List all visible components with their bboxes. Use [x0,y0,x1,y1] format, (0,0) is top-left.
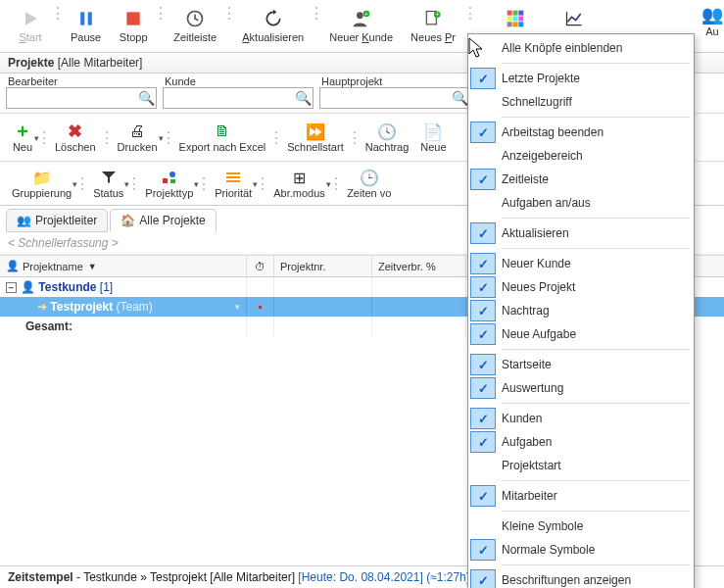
refresh-button[interactable]: Aktualisieren [234,4,312,45]
search-icon[interactable]: 🔍 [450,90,469,106]
new-button[interactable]: +Neu▾ [6,120,39,155]
col-zeitverbr[interactable]: Zeitverbr. % [372,256,466,276]
menu-item[interactable]: Normale Symbole [468,538,694,562]
menu-item[interactable]: Alle Knöpfe einblenden [468,36,694,60]
play-icon [21,6,40,31]
toolbar-separator [260,166,265,201]
menu-item[interactable]: Projektstart [468,454,694,477]
abrmodus-button[interactable]: ⊞Abr.modus▾ [267,166,331,201]
menu-item[interactable]: Anzeigebereich [468,144,694,168]
tab-alle-projekte[interactable]: 🏠Alle Projekte [110,209,216,232]
menu-item[interactable]: Kunden [468,407,694,430]
filter-label-bearbeiter: Bearbeiter [6,75,157,87]
timeline-button[interactable]: Zeitleiste [166,4,224,45]
filter-input-hauptprojekt[interactable]: 🔍 [319,87,470,109]
new-project-button[interactable]: + Neues Pr [403,4,463,45]
col-projektname[interactable]: 👤Projektname ▼ [0,256,247,276]
menu-item[interactable]: Kleine Symbole [468,514,694,538]
menu-item[interactable]: Neuer Kunde [468,252,694,275]
check-icon [470,377,496,399]
check-icon [470,122,496,143]
bars-icon [225,168,241,187]
menu-item[interactable]: Beschriftungen anzeigen [468,568,694,588]
stop-button[interactable]: Stopp [111,4,156,45]
menu-item[interactable]: Aktualisieren [468,221,694,245]
blank-icon [470,192,496,214]
zeitenvon-button[interactable]: 🕒Zeiten vo [341,166,398,201]
toolbar-separator [333,166,339,201]
menu-item[interactable]: Mitarbeiter [468,484,694,508]
table-icon: ⊞ [293,168,306,187]
new2-button[interactable]: 📄Neue [416,120,450,155]
status-button[interactable]: Status▾ [87,166,129,201]
menu-item[interactable]: Auswertung [468,376,694,400]
delete-button[interactable]: ✖Löschen [49,120,102,155]
pause-button[interactable]: Pause [63,4,109,45]
filter-label-kunde: Kunde [163,75,314,87]
menu-separator [502,63,690,64]
check-icon [470,354,496,375]
menu-item-label: Neuer Kunde [502,257,571,270]
filter-input-kunde[interactable]: 🔍 [163,87,314,109]
menu-item[interactable]: Startseite [468,353,694,376]
menu-item[interactable]: Schnellzugriff [468,90,694,114]
new-project-label: Neues Pr [410,31,456,43]
svg-rect-2 [127,12,140,24]
status-elapsed: (≈1:27h) [426,570,470,584]
menu-item[interactable]: Neues Projekt [468,275,694,299]
excel-icon: 🗎 [215,122,230,141]
check-icon [470,485,496,507]
print-button[interactable]: 🖨Drucken▾ [112,120,164,155]
people-icon: 👥 [17,214,31,227]
pause-label: Pause [71,31,101,43]
menu-separator [502,248,690,249]
col-timer[interactable]: ⏱ [247,256,274,276]
clock-icon: 🕒 [360,168,379,187]
menu-item[interactable]: Arbeitstag beenden [468,121,694,144]
check-icon [470,300,496,321]
search-icon[interactable]: 🔍 [136,90,156,106]
grouping-button[interactable]: 📁Gruppierung▾ [6,166,77,201]
col-projektnr[interactable]: Projektnr. [274,256,372,276]
start-button[interactable]: Start [8,4,53,45]
search-icon[interactable]: 🔍 [293,90,313,106]
toolbar-separator [55,4,61,23]
menu-separator [502,117,690,118]
menu-separator [502,218,690,219]
menu-item[interactable]: Letzte Projekte [468,67,694,90]
filter-label-hauptprojekt: Hauptprojekt [319,75,470,87]
projecttype-button[interactable]: Projekttyp▾ [139,166,199,201]
check-icon [470,569,496,588]
menu-item[interactable]: Neue Aufgabe [468,322,694,346]
addendum-button[interactable]: 🕓Nachtrag [360,120,415,155]
quickstart-button[interactable]: ⏩Schnellstart [281,120,349,155]
tab-projektleiter[interactable]: 👥Projektleiter [6,209,108,232]
collapse-icon[interactable]: − [6,282,17,293]
priority-button[interactable]: Priorität▾ [209,166,258,201]
svg-rect-19 [163,178,168,183]
menu-item[interactable]: Aufgaben an/aus [468,191,694,215]
plus-icon: + [17,122,28,141]
status-crumb: - Testkunde » Testprojekt [Alle Mitarbei… [73,570,299,584]
blank-icon [470,91,496,113]
svg-rect-13 [507,17,512,22]
menu-item[interactable]: Zeitleiste [468,168,694,191]
check-icon [470,222,496,244]
timeline-label: Zeitleiste [173,31,217,43]
toolbar-separator [201,166,207,201]
menu-item[interactable]: Aufgaben [468,430,694,454]
menu-item[interactable]: Nachtrag [468,299,694,322]
toolbar-separator [79,166,85,201]
new-customer-button[interactable]: + Neuer Kunde [321,4,401,45]
svg-rect-17 [512,22,517,26]
export-excel-button[interactable]: 🗎Export nach Excel [173,120,272,155]
menu-item-label: Schnellzugriff [502,95,572,109]
filter-input-bearbeiter[interactable]: 🔍 [6,87,157,109]
svg-rect-15 [518,17,523,22]
menu-item-label: Normale Symbole [502,543,595,557]
page-icon: 📄 [423,122,443,141]
people-button[interactable]: 👥 Au [700,4,724,49]
svg-point-20 [169,172,175,177]
blank-icon [470,145,496,167]
stop-small-icon[interactable]: ▪ [258,300,262,314]
